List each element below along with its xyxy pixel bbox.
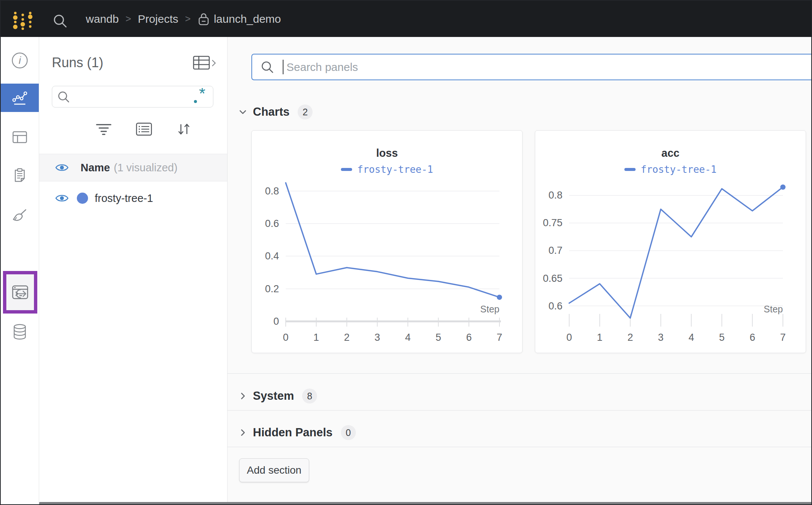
launch-link-icon — [11, 285, 28, 302]
runs-search: * — [52, 86, 213, 107]
text-cursor — [283, 60, 283, 74]
x-tick-label: 2 — [627, 332, 633, 343]
section-label: System — [253, 389, 294, 403]
chevron-down-icon[interactable] — [238, 107, 248, 117]
left-icon-rail: i — [1, 37, 39, 505]
run-row[interactable]: frosty-tree-1 — [39, 181, 227, 215]
chart-legend[interactable]: frosty-tree-1 — [252, 164, 522, 175]
x-tick-label: 1 — [313, 332, 319, 343]
section-count-badge: 8 — [302, 389, 317, 403]
list-icon — [135, 122, 153, 137]
sidebar-item-table[interactable] — [1, 123, 39, 151]
section-count-badge: 2 — [298, 105, 313, 119]
top-navbar: wandb > Projects > launch_demo — [1, 1, 811, 37]
x-tick-label: 0 — [283, 332, 288, 343]
search-icon — [57, 90, 70, 104]
x-tick-label: 0 — [566, 332, 572, 343]
runs-panel-title: Runs (1) — [52, 55, 103, 71]
breadcrumb-org[interactable]: wandb — [86, 13, 119, 25]
legend-run-name: frosty-tree-1 — [641, 164, 717, 175]
chart-legend[interactable]: frosty-tree-1 — [535, 164, 806, 175]
y-tick-label: 0.7 — [548, 245, 562, 256]
breadcrumb-project-name[interactable]: launch_demo — [214, 13, 281, 25]
loss-line-chart: 00.20.40.60.801234567Step — [252, 176, 522, 346]
run-name[interactable]: frosty-tree-1 — [95, 192, 153, 205]
section-count-badge: 0 — [341, 425, 356, 440]
breadcrumb-projects[interactable]: Projects — [138, 13, 178, 25]
runs-search-input[interactable] — [52, 86, 213, 107]
sidebar-item-workspace[interactable] — [1, 84, 39, 112]
runs-table-expand-icon[interactable] — [193, 55, 217, 71]
x-tick-label: 4 — [405, 332, 410, 343]
acc-line-chart: 0.60.650.70.750.801234567Step — [536, 176, 806, 346]
x-tick-label: 4 — [688, 332, 694, 343]
add-section-button[interactable]: Add section — [239, 458, 309, 482]
filter-button[interactable] — [94, 120, 113, 138]
section-header-charts[interactable]: Charts 2 — [228, 103, 812, 121]
breadcrumb-separator: > — [185, 13, 191, 25]
section-label: Hidden Panels — [253, 426, 333, 439]
section-label: Charts — [253, 105, 289, 119]
filter-icon — [95, 122, 112, 137]
y-tick-label: 0.6 — [265, 218, 279, 229]
sidebar-item-artifacts[interactable] — [1, 318, 39, 346]
column-name-label: Name — [81, 162, 110, 174]
series-line — [286, 183, 499, 297]
x-axis-label: Step — [480, 304, 499, 314]
workspace-main: Charts 2 loss frosty-tree-1 00.20.40.60.… — [228, 37, 812, 505]
section-header-hidden-panels[interactable]: Hidden Panels 0 — [228, 419, 812, 446]
horizontal-scrollbar[interactable] — [39, 502, 812, 505]
x-tick-label: 7 — [780, 332, 786, 343]
breadcrumb-separator: > — [125, 13, 131, 25]
x-tick-label: 6 — [466, 332, 471, 343]
y-tick-label: 0 — [273, 316, 279, 327]
sidebar-item-overview[interactable]: i — [1, 46, 39, 75]
x-tick-label: 5 — [719, 332, 724, 343]
sidebar-item-launch[interactable] — [1, 280, 39, 308]
last-point-marker — [497, 294, 502, 300]
series-line — [569, 187, 783, 318]
clipboard-icon — [11, 167, 28, 184]
section-divider — [228, 410, 812, 411]
panel-search — [251, 54, 812, 80]
legend-run-name: frosty-tree-1 — [357, 164, 433, 175]
y-tick-label: 0.8 — [265, 186, 279, 197]
run-visibility-eye-icon[interactable] — [55, 193, 69, 203]
x-tick-label: 6 — [749, 332, 755, 343]
runs-controls — [39, 116, 227, 142]
breadcrumb: wandb > Projects > launch_demo — [86, 1, 281, 37]
columns-button[interactable] — [135, 120, 153, 138]
visibility-eye-icon[interactable] — [55, 162, 69, 173]
table-icon — [11, 128, 28, 146]
panel-search-input[interactable] — [251, 54, 812, 80]
y-tick-label: 0.4 — [265, 250, 279, 262]
run-color-dot[interactable] — [77, 193, 88, 204]
broom-icon — [11, 207, 28, 224]
y-tick-label: 0.75 — [543, 217, 562, 228]
chart-panel-acc[interactable]: acc frosty-tree-1 0.60.650.70.750.801234… — [535, 130, 806, 353]
regex-toggle-icon[interactable]: * — [192, 88, 210, 105]
x-tick-label: 3 — [374, 332, 380, 343]
global-search-icon[interactable] — [52, 13, 68, 29]
sort-button[interactable] — [175, 120, 193, 138]
line-chart-icon — [11, 89, 28, 106]
sidebar-item-sweeps[interactable] — [1, 202, 39, 230]
svg-text:*: * — [199, 88, 205, 103]
sidebar-item-reports[interactable] — [1, 161, 39, 190]
x-tick-label: 3 — [658, 332, 664, 343]
wandb-logo-icon[interactable] — [10, 9, 34, 30]
runs-columns-header[interactable]: Name (1 visualized) — [39, 154, 227, 181]
chart-panel-loss[interactable]: loss frosty-tree-1 00.20.40.60.801234567… — [251, 130, 523, 353]
database-icon — [11, 323, 28, 341]
y-tick-label: 0.65 — [543, 273, 562, 284]
section-header-system[interactable]: System 8 — [228, 382, 812, 410]
y-tick-label: 0.6 — [548, 300, 562, 312]
visualized-count-label: (1 visualized) — [114, 162, 178, 174]
chevron-right-icon[interactable] — [238, 391, 248, 401]
chart-title: loss — [252, 147, 522, 159]
chevron-right-icon[interactable] — [238, 428, 248, 437]
x-tick-label: 5 — [435, 332, 441, 343]
runs-panel: Runs (1) * — [39, 37, 228, 505]
legend-line-marker — [341, 168, 352, 171]
info-icon: i — [11, 52, 28, 69]
